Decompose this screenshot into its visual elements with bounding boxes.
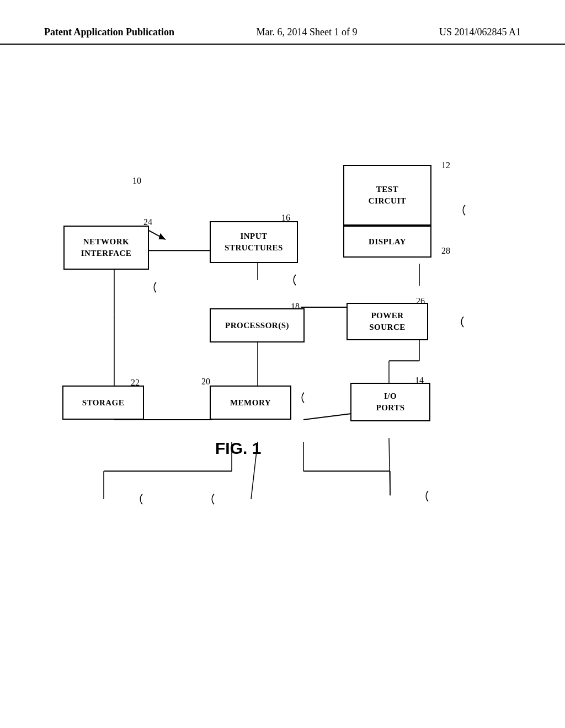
diagram-area: TESTCIRCUIT DISPLAY NETWORKINTERFACE INP… [0,45,565,706]
processor-box: PROCESSOR(S) [210,308,305,342]
network-interface-label: NETWORKINTERFACE [81,236,132,259]
display-label: DISPLAY [369,237,406,247]
io-ports-box: I/OPORTS [350,383,430,421]
ref-26: 26 [416,296,425,306]
diagram-svg [0,45,565,706]
publication-label: Patent Application Publication [44,26,174,38]
ref-10: 10 [132,176,141,186]
svg-line-9 [303,414,350,420]
ref-14: 14 [415,376,424,386]
memory-label: MEMORY [230,398,271,408]
power-source-label: POWERSOURCE [369,310,406,333]
ref-20: 20 [201,377,210,387]
power-source-box: POWERSOURCE [347,303,428,340]
display-box: DISPLAY [343,226,431,258]
storage-label: STORAGE [82,398,125,408]
page-header: Patent Application Publication Mar. 6, 2… [0,0,565,45]
ref-16: 16 [281,213,290,223]
patent-number: US 2014/062845 A1 [439,26,521,38]
test-circuit-box: TESTCIRCUIT [343,165,431,226]
processor-label: PROCESSOR(S) [225,321,289,330]
ref-28: 28 [441,246,450,256]
sheet-info: Mar. 6, 2014 Sheet 1 of 9 [257,26,358,38]
ref-24: 24 [143,217,152,227]
svg-line-20 [389,438,390,495]
ref-12: 12 [441,160,450,170]
io-ports-label: I/OPORTS [376,390,405,414]
memory-box: MEMORY [210,386,291,420]
ref-18: 18 [291,302,300,312]
test-circuit-label: TESTCIRCUIT [369,184,407,207]
ref-22: 22 [131,378,140,388]
storage-box: STORAGE [62,386,144,420]
input-structures-box: INPUTSTRUCTURES [210,221,298,263]
figure-caption: FIG. 1 [215,439,261,458]
input-structures-label: INPUTSTRUCTURES [225,231,283,254]
network-interface-box: NETWORKINTERFACE [63,226,149,270]
